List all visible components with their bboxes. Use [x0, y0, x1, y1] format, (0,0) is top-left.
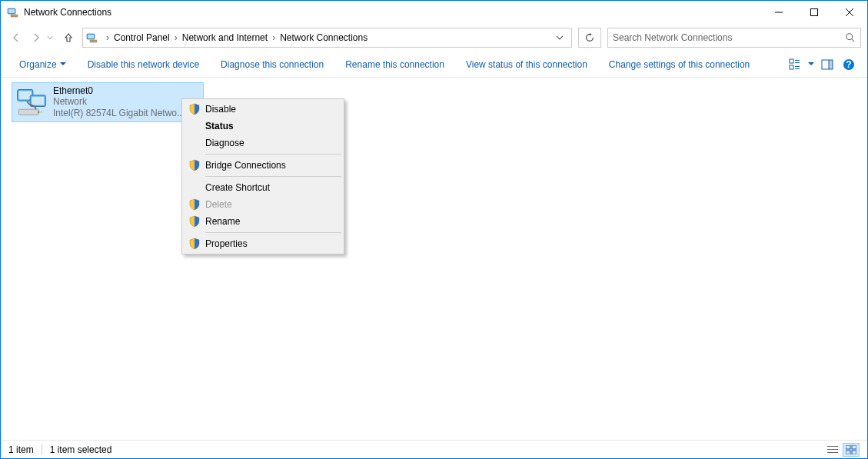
breadcrumb-network-and-internet[interactable]: Network and Internet [181, 32, 269, 43]
breadcrumb-control-panel[interactable]: Control Panel [112, 32, 171, 43]
svg-rect-1 [8, 9, 15, 13]
view-options-button[interactable] [784, 54, 806, 75]
ctx-bridge[interactable]: Bridge Connections [184, 157, 342, 174]
svg-rect-8 [790, 59, 793, 63]
svg-rect-22 [32, 97, 45, 105]
content-area: Ethernet0 Network Intel(R) 82574L Gigabi… [1, 78, 867, 440]
svg-point-24 [38, 111, 40, 113]
search-input[interactable]: Search Network Connections [607, 28, 861, 48]
breadcrumb-network-connections[interactable]: Network Connections [278, 32, 369, 43]
svg-rect-26 [827, 446, 838, 447]
svg-rect-29 [846, 445, 850, 449]
connection-device: Intel(R) 82574L Gigabit Netwo... [53, 108, 185, 119]
shield-icon [188, 215, 201, 228]
command-bar: Organize Disable this network device Dia… [1, 52, 867, 78]
item-count: 1 item [8, 444, 34, 455]
tiles-view-button[interactable] [843, 443, 860, 457]
status-bar: 1 item 1 item selected [1, 440, 867, 458]
svg-rect-9 [795, 60, 800, 61]
shield-icon [188, 159, 201, 171]
details-view-button[interactable] [824, 443, 841, 457]
svg-rect-10 [795, 62, 800, 63]
svg-rect-27 [827, 449, 838, 450]
chevron-down-icon [60, 62, 66, 68]
svg-rect-2 [11, 15, 18, 17]
svg-rect-3 [811, 9, 818, 16]
disable-device-button[interactable]: Disable this network device [77, 55, 210, 75]
svg-point-7 [846, 34, 853, 40]
svg-rect-23 [19, 109, 39, 115]
view-options-dropdown[interactable] [806, 54, 816, 75]
connection-name: Ethernet0 [53, 85, 185, 96]
navigation-row: › Control Panel › Network and Internet ›… [1, 24, 867, 52]
svg-rect-13 [795, 68, 800, 69]
ctx-properties[interactable]: Properties [184, 235, 342, 252]
ctx-create-shortcut[interactable]: Create Shortcut [184, 179, 342, 196]
maximize-button[interactable] [796, 1, 832, 24]
address-dropdown[interactable] [556, 34, 571, 42]
svg-rect-12 [795, 66, 800, 67]
svg-rect-15 [829, 60, 833, 69]
organize-menu[interactable]: Organize [8, 55, 77, 75]
preview-pane-button[interactable] [816, 54, 838, 75]
history-dropdown[interactable] [47, 35, 58, 41]
help-button[interactable]: ? [838, 54, 860, 75]
menu-separator [205, 154, 341, 155]
close-button[interactable] [832, 1, 867, 24]
shield-icon [188, 198, 201, 211]
back-button[interactable] [7, 28, 25, 47]
context-menu: Disable Status Diagnose Bridge Connectio… [181, 98, 344, 254]
chevron-right-icon: › [171, 32, 181, 43]
svg-rect-5 [88, 35, 94, 38]
ctx-disable[interactable]: Disable [184, 101, 342, 118]
window-controls [761, 1, 867, 24]
ctx-delete: Delete [184, 196, 342, 213]
menu-separator [205, 232, 341, 233]
svg-rect-11 [790, 65, 793, 69]
view-status-button[interactable]: View status of this connection [455, 55, 598, 75]
svg-rect-32 [852, 451, 856, 454]
selection-count: 1 item selected [50, 444, 112, 455]
svg-text:?: ? [846, 59, 851, 70]
connection-status: Network [53, 96, 185, 108]
svg-rect-28 [827, 452, 838, 453]
shield-icon [188, 103, 201, 115]
search-placeholder: Search Network Connections [613, 32, 732, 43]
address-bar[interactable]: › Control Panel › Network and Internet ›… [82, 28, 572, 48]
menu-separator [205, 176, 341, 177]
refresh-button[interactable] [578, 28, 601, 48]
location-icon [86, 32, 98, 44]
chevron-right-icon: › [269, 32, 278, 43]
rename-button[interactable]: Rename this connection [334, 55, 455, 75]
svg-point-25 [40, 111, 42, 113]
window-title: Network Connections [24, 7, 761, 18]
chevron-right-icon: › [103, 32, 112, 43]
shield-icon [188, 238, 201, 250]
title-bar: Network Connections [1, 1, 867, 24]
network-adapter-icon [15, 85, 48, 119]
change-settings-button[interactable]: Change settings of this connection [598, 55, 760, 75]
svg-rect-6 [90, 40, 97, 42]
diagnose-button[interactable]: Diagnose this connection [210, 55, 334, 75]
svg-rect-30 [852, 445, 856, 449]
svg-rect-31 [846, 451, 850, 454]
search-icon [845, 32, 856, 43]
up-button[interactable] [59, 28, 78, 47]
ctx-status[interactable]: Status [184, 118, 342, 135]
ctx-rename[interactable]: Rename [184, 213, 342, 230]
separator [42, 444, 42, 455]
minimize-button[interactable] [761, 1, 796, 24]
svg-rect-20 [19, 91, 32, 99]
connection-item-ethernet0[interactable]: Ethernet0 Network Intel(R) 82574L Gigabi… [12, 82, 204, 122]
forward-button[interactable] [27, 28, 45, 47]
network-app-icon [7, 6, 19, 18]
ctx-diagnose[interactable]: Diagnose [184, 135, 342, 151]
